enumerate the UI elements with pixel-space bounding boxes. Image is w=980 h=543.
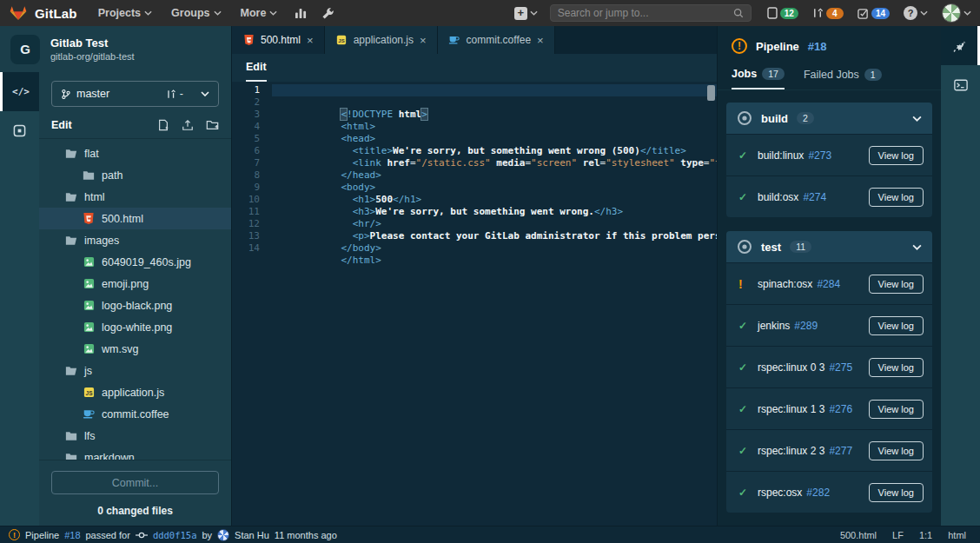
statusbar-language[interactable]: html bbox=[948, 530, 966, 540]
pipeline-tab[interactable]: Failed Jobs 1 bbox=[804, 68, 882, 89]
pipeline-tab-label: Jobs bbox=[732, 68, 757, 80]
job-id-link[interactable]: #276 bbox=[829, 403, 852, 415]
search-input[interactable] bbox=[558, 7, 733, 19]
tree-item-label: markdown bbox=[84, 452, 135, 460]
image-icon: JS bbox=[83, 343, 95, 355]
job-id-link[interactable]: #277 bbox=[829, 445, 852, 457]
job-id-link[interactable]: #275 bbox=[829, 361, 852, 374]
tree-item[interactable]: JS flat bbox=[39, 142, 231, 164]
success-icon bbox=[738, 403, 758, 415]
editor-tab-label: commit.coffee bbox=[467, 34, 531, 46]
view-log-button[interactable]: View log bbox=[869, 146, 924, 165]
tab-close-icon[interactable] bbox=[307, 34, 314, 47]
job-id-link[interactable]: #289 bbox=[794, 320, 818, 332]
topbar-menu-item[interactable]: Projects bbox=[98, 7, 152, 19]
pipeline-id-link[interactable]: #18 bbox=[808, 40, 827, 53]
tree-item-label: html bbox=[84, 191, 105, 203]
chevron-down-icon bbox=[530, 10, 538, 16]
statusbar-line-ending[interactable]: LF bbox=[892, 530, 904, 540]
editor-tab[interactable]: JS application.js bbox=[325, 26, 438, 54]
pipeline-panel: ! Pipeline #18 Jobs 17 Failed Jobs 1 bbox=[717, 26, 941, 526]
user-menu-button[interactable] bbox=[942, 3, 971, 23]
rail-review-mode-button[interactable] bbox=[0, 111, 39, 150]
job-id-link[interactable]: #274 bbox=[803, 191, 826, 203]
stage-header[interactable]: build 2 bbox=[726, 103, 932, 134]
code-token bbox=[577, 157, 583, 169]
tree-item[interactable]: JS commit.coffee bbox=[39, 403, 231, 425]
new-folder-icon[interactable] bbox=[206, 119, 219, 131]
tree-item[interactable]: JS 500.html bbox=[39, 208, 231, 229]
admin-wrench-icon[interactable] bbox=[321, 7, 334, 20]
success-icon bbox=[738, 361, 758, 374]
project-avatar: G bbox=[10, 35, 40, 64]
tree-item-label: js bbox=[84, 365, 92, 377]
branch-name: master bbox=[76, 88, 161, 100]
tree-item[interactable]: JS logo-white.png bbox=[39, 316, 231, 338]
statusbar-cursor-position: 1:1 bbox=[919, 530, 932, 540]
view-log-button[interactable]: View log bbox=[869, 358, 924, 377]
commit-sha-link[interactable]: ddd0f15a bbox=[153, 530, 197, 540]
code-icon: </> bbox=[12, 86, 30, 97]
rail-terminal-button[interactable] bbox=[941, 65, 980, 104]
plus-icon: + bbox=[514, 7, 527, 20]
tree-item[interactable]: JS images bbox=[39, 229, 231, 251]
tree-item[interactable]: JS logo-black.png bbox=[39, 295, 231, 316]
gitlab-home-link[interactable]: GitLab bbox=[9, 4, 77, 23]
view-log-button[interactable]: View log bbox=[869, 275, 924, 294]
project-header[interactable]: G Gitlab Test gitlab-org/gitlab-test bbox=[0, 26, 231, 72]
tab-close-icon[interactable] bbox=[420, 34, 427, 47]
issues-button[interactable]: 12 bbox=[767, 7, 798, 19]
job-name: rspec:linux 0 3 bbox=[758, 361, 824, 374]
tree-item[interactable]: JS 6049019_460s.jpg bbox=[39, 251, 231, 273]
view-log-button[interactable]: View log bbox=[869, 316, 924, 335]
pipeline-tab[interactable]: Jobs 17 bbox=[732, 68, 785, 89]
line-number: 12 bbox=[232, 218, 272, 230]
job-id-link[interactable]: #273 bbox=[808, 149, 831, 162]
editor-tab[interactable]: JS 500.html bbox=[232, 26, 325, 54]
tree-item[interactable]: JS emoji.png bbox=[39, 273, 231, 295]
tree-item[interactable]: JS application.js bbox=[39, 381, 231, 403]
job-id-link[interactable]: #282 bbox=[806, 487, 830, 499]
tree-item[interactable]: JS path bbox=[39, 164, 231, 186]
analytics-icon[interactable] bbox=[295, 8, 308, 19]
upload-file-icon[interactable] bbox=[182, 119, 194, 131]
new-dropdown-button[interactable]: + bbox=[514, 7, 538, 20]
line-number-gutter: 1234567891011121314 bbox=[232, 84, 272, 526]
ide-sidebar: G Gitlab Test gitlab-org/gitlab-test </> bbox=[0, 26, 231, 526]
tree-item[interactable]: JS wm.svg bbox=[39, 338, 231, 360]
mode-tab-edit[interactable]: Edit bbox=[246, 61, 267, 82]
editor-scrollbar[interactable] bbox=[707, 85, 715, 101]
rail-pipelines-button[interactable] bbox=[941, 26, 980, 65]
code-editor[interactable]: 1234567891011121314 <!DOCTYPE html> <htm… bbox=[232, 82, 717, 526]
editor-tab[interactable]: JS commit.coffee bbox=[438, 26, 555, 54]
tree-item[interactable]: JS markdown bbox=[39, 447, 231, 460]
rail-edit-mode-button[interactable]: </> bbox=[0, 72, 39, 111]
job-id-link[interactable]: #284 bbox=[817, 278, 840, 290]
coffee-icon: JS bbox=[83, 408, 95, 420]
code-token: "/static.css" bbox=[416, 157, 491, 169]
tree-item-label: flat bbox=[84, 148, 99, 160]
view-log-button[interactable]: View log bbox=[869, 483, 924, 502]
topbar-menu-item[interactable]: Groups bbox=[171, 7, 221, 19]
statusbar-pipeline-id-link[interactable]: #18 bbox=[64, 530, 80, 540]
tree-item[interactable]: JS lfs bbox=[39, 425, 231, 447]
code-token: <h3> bbox=[353, 206, 376, 217]
tab-close-icon[interactable] bbox=[537, 34, 544, 47]
view-log-button[interactable]: View log bbox=[869, 400, 924, 419]
topbar-menu-item[interactable]: More bbox=[241, 7, 278, 19]
commit-button[interactable]: Commit... bbox=[51, 471, 219, 494]
view-log-button[interactable]: View log bbox=[869, 188, 924, 207]
tree-item[interactable]: JS html bbox=[39, 186, 231, 208]
stage-status-icon bbox=[737, 239, 752, 255]
code-editor-area: JS 500.html JS application.js bbox=[231, 26, 717, 526]
stage-card: test 11 spinach:osx #284 Vi bbox=[726, 231, 932, 513]
branch-selector[interactable]: master - bbox=[51, 81, 219, 107]
statusbar-file-info: 500.html LF 1:1 html bbox=[840, 530, 971, 540]
tree-item[interactable]: JS js bbox=[39, 360, 231, 381]
merge-requests-button[interactable]: 4 bbox=[812, 7, 844, 19]
stage-header[interactable]: test 11 bbox=[726, 231, 932, 262]
todos-button[interactable]: 14 bbox=[858, 8, 890, 19]
view-log-button[interactable]: View log bbox=[869, 441, 924, 460]
help-button[interactable]: ? bbox=[904, 6, 928, 20]
new-file-icon[interactable] bbox=[157, 119, 169, 131]
